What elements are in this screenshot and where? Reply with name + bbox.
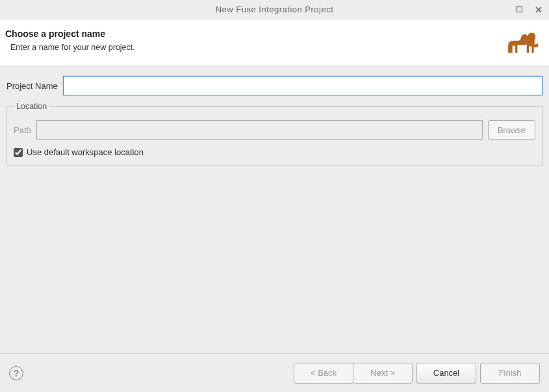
page-subtitle: Enter a name for your new project. bbox=[5, 43, 497, 52]
camel-icon bbox=[504, 29, 540, 57]
cancel-button[interactable]: Cancel bbox=[416, 363, 476, 384]
wizard-header: Choose a project name Enter a name for y… bbox=[0, 19, 549, 67]
location-group: Location Path Browse Use default workspa… bbox=[6, 102, 543, 165]
location-legend: Location bbox=[14, 102, 49, 111]
window-controls bbox=[514, 0, 544, 19]
use-default-checkbox[interactable] bbox=[14, 148, 23, 157]
close-icon[interactable] bbox=[533, 5, 544, 15]
help-icon[interactable]: ? bbox=[9, 366, 23, 380]
window-title: New Fuse Integration Project bbox=[216, 5, 334, 14]
footer-buttons: < Back Next > Cancel Finish bbox=[294, 363, 540, 384]
next-button: Next > bbox=[353, 363, 413, 384]
wizard-footer: ? < Back Next > Cancel Finish bbox=[0, 353, 549, 392]
browse-button: Browse bbox=[488, 120, 535, 140]
project-name-row: Project Name bbox=[6, 76, 543, 95]
project-name-label: Project Name bbox=[6, 81, 58, 91]
path-row: Path Browse bbox=[14, 120, 535, 140]
finish-button: Finish bbox=[480, 363, 540, 384]
path-input bbox=[36, 120, 483, 140]
use-default-label: Use default workspace location bbox=[27, 147, 144, 157]
maximize-icon[interactable] bbox=[514, 5, 524, 15]
project-name-input[interactable] bbox=[63, 76, 543, 95]
path-label: Path bbox=[14, 125, 31, 135]
page-title: Choose a project name bbox=[5, 29, 497, 39]
back-button: < Back bbox=[294, 363, 353, 384]
use-default-row[interactable]: Use default workspace location bbox=[14, 147, 535, 157]
svg-rect-0 bbox=[517, 7, 522, 12]
form-area: Project Name Location Path Browse Use de… bbox=[0, 67, 549, 172]
titlebar: New Fuse Integration Project bbox=[0, 0, 549, 19]
